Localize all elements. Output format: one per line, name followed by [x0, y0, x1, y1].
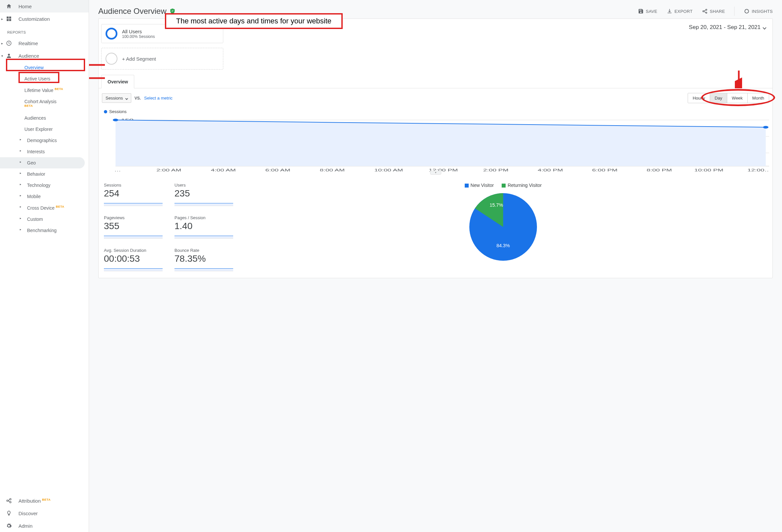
subnav-active-users[interactable]: Active Users — [0, 73, 89, 84]
svg-point-6 — [7, 500, 8, 502]
date-range-picker[interactable]: Sep 20, 2021 - Sep 21, 2021 — [689, 24, 770, 31]
chevron-down-icon — [763, 24, 766, 31]
nav-realtime[interactable]: ▸ Realtime — [0, 37, 89, 49]
chevron-down-icon — [126, 96, 128, 101]
main-content: Audience Overview SAVE EXPORT SHARE INSI… — [89, 0, 782, 532]
sparkline — [175, 265, 233, 271]
insights-button[interactable]: INSIGHTS — [744, 8, 773, 14]
svg-text:15.7%: 15.7% — [490, 202, 503, 208]
nav-audience-label: Audience — [19, 53, 39, 59]
chart-expand-handle[interactable]: ▾ — [430, 171, 441, 175]
select-metric-link[interactable]: Select a metric — [144, 96, 173, 101]
nav-discover[interactable]: Discover — [0, 507, 89, 520]
metric-sessions[interactable]: Sessions 254 — [102, 183, 165, 206]
svg-text:2:00 PM: 2:00 PM — [483, 168, 508, 172]
line-chart-area: Sessions 150 100 50 — [99, 108, 773, 176]
chevron-right-icon: ▸ — [20, 205, 22, 208]
granularity-day[interactable]: Day — [710, 93, 727, 103]
chevron-right-icon: ▸ — [20, 160, 22, 163]
svg-point-8 — [9, 501, 11, 503]
dashboard-icon — [5, 16, 12, 22]
svg-point-25 — [763, 126, 769, 128]
save-icon — [638, 8, 644, 14]
svg-text:8:00 PM: 8:00 PM — [646, 168, 672, 172]
share-button[interactable]: SHARE — [702, 8, 725, 14]
subnav-audiences[interactable]: Audiences — [0, 112, 89, 124]
chevron-right-icon: ▸ — [20, 138, 22, 141]
granularity-week[interactable]: Week — [727, 93, 748, 103]
metric-bounce-rate[interactable]: Bounce Rate 78.35% — [173, 248, 235, 271]
add-segment-button[interactable]: + Add Segment — [101, 48, 223, 70]
nav-realtime-label: Realtime — [19, 41, 38, 46]
subnav-demographics[interactable]: ▸Demographics — [0, 135, 89, 146]
tab-overview[interactable]: Overview — [101, 75, 134, 88]
metric-avg-session-duration[interactable]: Avg. Session Duration 00:00:53 — [102, 248, 165, 271]
segment-circle-icon — [106, 28, 117, 40]
chevron-right-icon: ▸ — [20, 194, 22, 197]
metric-pageviews[interactable]: Pageviews 355 — [102, 215, 165, 239]
svg-text:10:00 AM: 10:00 AM — [375, 168, 403, 172]
subnav-technology[interactable]: ▸Technology — [0, 180, 89, 191]
subnav-lifetime-value[interactable]: Lifetime ValueBETA — [0, 84, 89, 96]
visitor-pie-chart[interactable]: 15.7% 84.3% — [469, 193, 537, 261]
svg-text:84.3%: 84.3% — [496, 243, 510, 248]
chevron-right-icon: ▸ — [20, 183, 22, 186]
export-button[interactable]: EXPORT — [667, 8, 692, 14]
nav-attribution[interactable]: AttributionBETA — [0, 494, 89, 507]
svg-point-7 — [9, 498, 11, 500]
dashed-circle-icon — [106, 53, 117, 65]
svg-text:4:00 AM: 4:00 AM — [211, 168, 236, 172]
sessions-line-chart[interactable]: 150 100 50 … 2:00 AM 4:00 AM 6:00 AM 8:0… — [102, 117, 769, 173]
nav-home[interactable]: Home — [0, 0, 89, 12]
page-title: Audience Overview — [98, 7, 176, 16]
subnav-interests[interactable]: ▸Interests — [0, 146, 89, 157]
subnav-behavior[interactable]: ▸Behavior — [0, 168, 89, 180]
chevron-right-icon: ▸ — [20, 228, 22, 231]
metric-pages-per-session[interactable]: Pages / Session 1.40 — [173, 215, 235, 239]
divider — [734, 7, 735, 16]
annotation-arrow-granularity — [735, 70, 743, 88]
metrics-row: Sessions 254 Users 235 Pageviews 355 — [99, 176, 773, 278]
attribution-icon — [5, 498, 12, 504]
pie-legend: New Visitor Returning Visitor — [465, 183, 542, 188]
subnav-user-explorer[interactable]: User Explorer — [0, 124, 89, 135]
subnav-custom[interactable]: ▸Custom — [0, 214, 89, 225]
header-actions: SAVE EXPORT SHARE INSIGHTS — [638, 7, 773, 16]
nav-attribution-label: Attribution — [19, 498, 41, 504]
insights-icon — [744, 8, 750, 14]
metric-dropdown[interactable]: Sessions — [102, 93, 131, 103]
subnav-mobile[interactable]: ▸Mobile — [0, 191, 89, 202]
nav-customization[interactable]: ▸ Customization — [0, 12, 89, 25]
sparkline — [175, 233, 233, 239]
nav-admin[interactable]: Admin — [0, 520, 89, 532]
reports-section-label: REPORTS — [0, 25, 89, 37]
legend-dot-icon — [104, 110, 107, 113]
sparkline — [175, 200, 233, 206]
sparkline — [104, 265, 163, 271]
sparkline — [104, 200, 163, 206]
metric-users[interactable]: Users 235 — [173, 183, 235, 206]
beta-badge: BETA — [55, 87, 63, 91]
beta-badge: BETA — [42, 498, 51, 501]
svg-text:2:00 AM: 2:00 AM — [156, 168, 181, 172]
segment-subtitle: 100.00% Sessions — [122, 34, 155, 39]
annotation-arrow-overview — [89, 74, 106, 82]
svg-text:6:00 PM: 6:00 PM — [592, 168, 617, 172]
subnav-overview[interactable]: Overview — [0, 62, 89, 73]
save-button[interactable]: SAVE — [638, 8, 657, 14]
svg-text:8:00 AM: 8:00 AM — [320, 168, 345, 172]
granularity-month[interactable]: Month — [748, 93, 769, 103]
svg-point-24 — [113, 119, 118, 121]
annotation-callout: The most active days and times for your … — [165, 13, 343, 29]
granularity-hourly[interactable]: Hourly — [688, 93, 710, 103]
subnav-geo[interactable]: ▸Geo — [0, 157, 85, 168]
subnav-cohort[interactable]: Cohort AnalysisBETA — [0, 96, 89, 113]
svg-text:10:00 PM: 10:00 PM — [694, 168, 723, 172]
svg-text:12:00…: 12:00… — [747, 168, 769, 172]
subnav-benchmarking[interactable]: ▸Benchmarking — [0, 225, 89, 236]
svg-text:4:00 PM: 4:00 PM — [538, 168, 563, 172]
nav-audience[interactable]: ▾ Audience — [0, 49, 89, 62]
chevron-right-icon: ▸ — [20, 217, 22, 220]
clock-icon — [5, 40, 12, 46]
subnav-cross-device[interactable]: ▸Cross DeviceBETA — [0, 202, 89, 214]
